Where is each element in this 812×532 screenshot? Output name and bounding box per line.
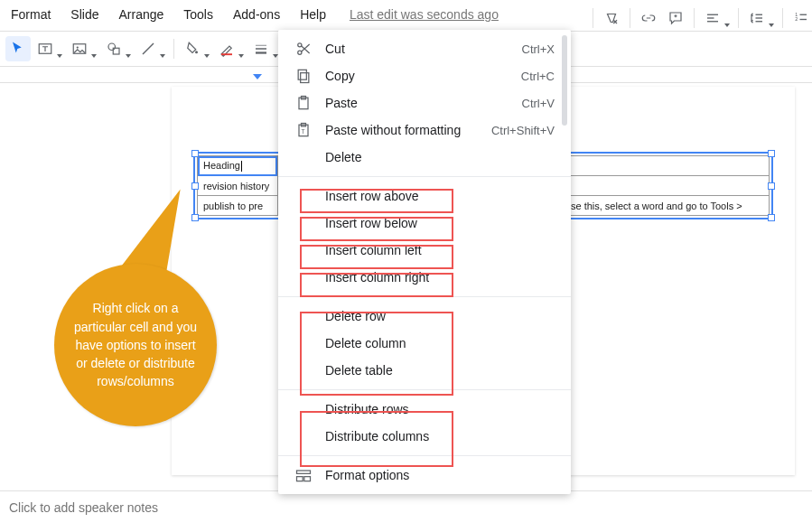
cm-paste[interactable]: Paste Ctrl+V (278, 89, 571, 117)
cm-insert-column-left[interactable]: Insert column left (278, 237, 571, 264)
menu-addons[interactable]: Add-ons (224, 4, 289, 25)
cm-insert-row-above[interactable]: Insert row above (278, 182, 571, 210)
context-menu-separator (278, 176, 571, 177)
svg-rect-36 (301, 73, 309, 83)
cm-copy[interactable]: Copy Ctrl+C (278, 62, 571, 89)
menu-help[interactable]: Help (291, 4, 335, 25)
blank-icon (294, 148, 313, 166)
border-weight-tool[interactable] (248, 36, 281, 61)
resize-handle[interactable] (768, 150, 775, 157)
callout-text: Right click on a particular cell and you… (70, 299, 201, 390)
fill-color-tool[interactable] (180, 36, 212, 61)
context-menu: Cut Ctrl+X Copy Ctrl+C Paste Ctrl+V T Pa… (278, 30, 571, 494)
cm-distribute-rows[interactable]: Distribute rows (278, 396, 571, 423)
shape-tool[interactable] (101, 36, 134, 61)
textbox-tool[interactable] (33, 36, 65, 61)
line-spacing-tool[interactable] (744, 5, 777, 31)
table-cell[interactable]: revision history (198, 176, 278, 196)
svg-line-5 (143, 43, 154, 54)
svg-point-3 (108, 43, 116, 51)
toolbar-right: 12 (589, 0, 812, 36)
align-tool[interactable] (700, 5, 733, 31)
cm-insert-row-below[interactable]: Insert row below (278, 210, 571, 237)
cm-delete[interactable]: Delete (278, 144, 571, 171)
svg-rect-43 (297, 471, 311, 473)
clear-format-tool[interactable] (599, 5, 624, 31)
border-color-tool[interactable] (214, 36, 247, 61)
table-cell[interactable]: Heading (198, 156, 278, 176)
cm-delete-table[interactable]: Delete table (278, 357, 571, 384)
svg-rect-45 (304, 477, 311, 481)
toolbar-separator (782, 8, 783, 28)
svg-rect-44 (297, 477, 303, 481)
cursor-tool[interactable] (5, 36, 31, 61)
ruler-indent-marker[interactable] (253, 74, 262, 83)
menu-format[interactable]: Format (2, 4, 60, 25)
paste-icon (294, 94, 313, 112)
toolbar-separator (738, 8, 739, 28)
paste-plain-icon: T (294, 121, 313, 139)
svg-text:2: 2 (795, 16, 798, 22)
cm-insert-column-right[interactable]: Insert column right (278, 264, 571, 291)
line-tool[interactable] (135, 36, 168, 61)
svg-text:T: T (302, 128, 305, 135)
format-options-icon (294, 466, 313, 484)
cm-delete-column[interactable]: Delete column (278, 330, 571, 357)
svg-line-34 (302, 46, 310, 53)
svg-rect-7 (221, 53, 232, 55)
cm-cut[interactable]: Cut Ctrl+X (278, 35, 571, 62)
link-tool[interactable] (636, 5, 661, 31)
cm-paste-without-formatting[interactable]: T Paste without formatting Ctrl+Shift+V (278, 117, 571, 144)
toolbar-separator (593, 8, 593, 28)
svg-rect-37 (298, 70, 306, 79)
numbered-list-tool[interactable]: 12 (789, 5, 812, 31)
context-menu-separator (278, 296, 571, 297)
context-menu-separator (278, 389, 571, 390)
text-caret (241, 161, 242, 172)
toolbar-separator (173, 39, 174, 59)
copy-icon (294, 67, 313, 85)
image-tool[interactable] (67, 36, 99, 61)
context-menu-separator (278, 455, 571, 456)
cut-icon (294, 40, 313, 58)
svg-point-6 (195, 51, 198, 53)
cm-delete-row[interactable]: Delete row (278, 303, 571, 330)
menu-arrange[interactable]: Arrange (109, 4, 173, 25)
last-edit-link[interactable]: Last edit was seconds ago (350, 7, 499, 22)
cm-distribute-columns[interactable]: Distribute columns (278, 423, 571, 450)
svg-point-2 (77, 46, 79, 48)
cm-format-options[interactable]: Format options (278, 462, 571, 489)
toolbar-separator (694, 8, 695, 28)
comment-tool[interactable] (663, 5, 688, 31)
callout-bubble: Right click on a particular cell and you… (54, 264, 217, 426)
menu-slide[interactable]: Slide (61, 4, 107, 25)
resize-handle[interactable] (191, 182, 199, 190)
svg-line-35 (302, 44, 310, 51)
speaker-notes[interactable]: Click to add speaker notes (0, 491, 812, 527)
toolbar-separator (630, 8, 630, 28)
menu-tools[interactable]: Tools (174, 4, 222, 25)
resize-handle[interactable] (768, 214, 775, 221)
resize-handle[interactable] (768, 182, 775, 190)
